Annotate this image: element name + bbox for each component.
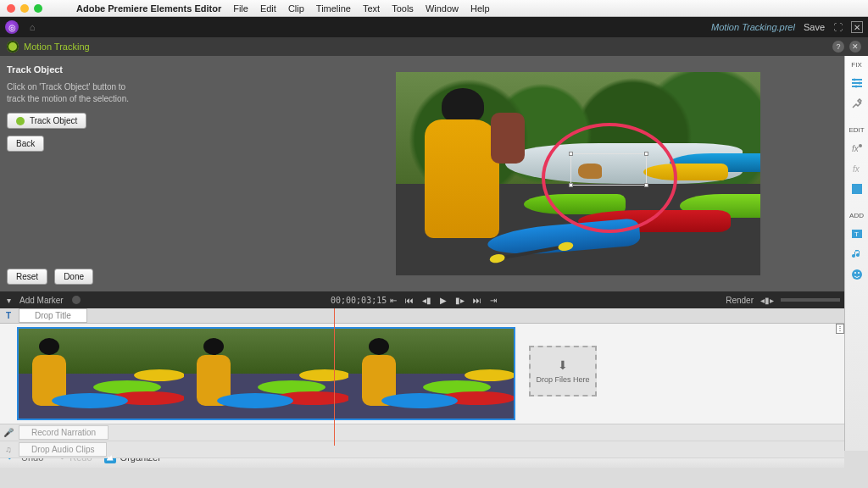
timecode: 00;00;03;15 [331,296,387,305]
add-marker-toggle[interactable]: ▾ [7,296,11,305]
timeline-menu[interactable]: Timeline [316,3,351,14]
titles-icon[interactable]: T [848,225,866,243]
rail-fix-label: FIX [851,61,861,69]
tools-menu[interactable]: Tools [392,3,414,14]
preview-monitor[interactable] [288,56,868,291]
music-icon[interactable] [848,245,866,263]
selection-handle[interactable] [569,183,573,187]
tools-icon[interactable] [848,94,866,113]
reset-button[interactable]: Reset [7,269,47,285]
title-track-icon[interactable]: T [0,311,17,320]
app-logo-icon[interactable]: ◎ [5,20,19,34]
help-menu[interactable]: Help [470,3,490,14]
selection-handle[interactable] [569,152,573,156]
back-label: Back [16,139,35,148]
narration-track[interactable]: 🎤 Record Narration [0,424,844,441]
project-name: Motion Tracking.prel [711,22,795,32]
step-fwd-button[interactable]: ▮▸ [455,296,465,305]
file-menu[interactable]: File [233,3,248,14]
video-clip[interactable]: ⋮ [17,327,515,420]
drop-files-label: Drop Files Here [536,375,589,384]
effects-icon[interactable]: fx [848,139,866,158]
track-heading: Track Object [7,64,281,75]
tracking-selection-box[interactable] [570,153,647,186]
back-button[interactable]: Back [7,136,44,152]
preview-frame[interactable] [396,72,760,275]
timeline: T Drop Title ⋮ ⬇ Drop Files Here 🎤 Recor… [0,308,844,446]
smiley-icon[interactable] [848,265,866,284]
mic-icon: 🎤 [0,428,17,437]
window-close-button[interactable] [7,4,15,13]
app-menu[interactable]: Adobe Premiere Elements Editor [76,3,221,14]
app-bar: ◎ ⌂ Motion Tracking.prel Save ⛶ ✕ [0,17,868,37]
clip-end-handle[interactable]: ⋮ [836,324,844,334]
download-icon: ⬇ [558,358,568,372]
clip-thumbnail [184,329,349,419]
svg-point-4 [859,144,862,147]
track-instruction: Click on 'Track Object' button to track … [7,81,134,104]
video-track[interactable]: ⋮ ⬇ Drop Files Here [0,324,844,424]
work-area: Track Object Click on 'Track Object' but… [0,56,868,291]
track-object-panel: Track Object Click on 'Track Object' but… [0,56,288,291]
clip-thumbnail [348,329,514,419]
done-button[interactable]: Done [54,269,93,285]
svg-text:fx: fx [852,144,860,153]
track-dot-icon [16,117,25,125]
panel-close-button[interactable]: ✕ [851,21,863,33]
goto-start-button[interactable]: ⇤ [390,296,397,305]
goto-end-button[interactable]: ⇥ [490,296,497,305]
play-button[interactable]: ▶ [440,296,447,305]
render-button[interactable]: Render [726,296,754,305]
svg-point-2 [854,86,857,88]
help-button[interactable]: ? [832,41,844,53]
zoom-out-icon[interactable]: ◂▮▸ [760,296,774,305]
playback-bar: ▾ Add Marker 00;00;03;15 ⇤ ⏮ ◂▮ ▶ ▮▸ ⏭ ⇥… [0,291,868,308]
motion-tracking-icon [7,41,19,53]
drop-audio-button[interactable]: Drop Audio Clips [19,442,107,457]
adjust-icon[interactable] [848,74,866,92]
window-menu[interactable]: Window [426,3,459,14]
save-button[interactable]: Save [804,22,825,32]
macos-menubar: Adobe Premiere Elements Editor File Edit… [0,0,868,17]
add-marker-button[interactable]: Add Marker [19,296,64,305]
rail-edit-label: EDIT [849,126,864,134]
reset-label: Reset [16,272,38,281]
track-object-button[interactable]: Track Object [7,113,86,129]
panel-title: Motion Tracking [24,42,90,52]
playback-controls: ⇤ ⏮ ◂▮ ▶ ▮▸ ⏭ ⇥ [390,296,497,305]
record-narration-button[interactable]: Record Narration [19,425,108,440]
svg-point-10 [854,272,856,274]
window-traffic-lights[interactable] [7,4,42,13]
rail-add-label: ADD [849,212,864,219]
right-tool-rail: FIX EDIT fx fx ADD T [844,56,868,451]
clip-menu[interactable]: Clip [288,3,304,14]
svg-text:T: T [854,230,859,238]
transitions-icon[interactable]: fx [848,159,866,178]
text-menu[interactable]: Text [363,3,380,14]
svg-point-9 [852,269,862,280]
window-zoom-button[interactable] [34,4,42,13]
selection-handle[interactable] [644,152,648,156]
next-button[interactable]: ⏭ [473,296,481,305]
fullscreen-icon[interactable]: ⛶ [833,22,843,32]
color-icon[interactable] [848,180,866,198]
scene-person [425,88,501,258]
svg-text:fx: fx [853,164,860,174]
done-label: Done [64,272,84,281]
track-object-label: Track Object [30,116,77,125]
edit-menu[interactable]: Edit [260,3,276,14]
prev-button[interactable]: ⏮ [405,296,414,305]
marker-icon[interactable] [72,296,81,304]
drop-files-zone[interactable]: ⬇ Drop Files Here [529,346,597,396]
svg-point-11 [858,272,860,274]
playhead[interactable] [334,308,335,446]
zoom-slider[interactable] [781,298,840,302]
home-icon[interactable]: ⌂ [25,20,39,34]
selection-handle[interactable] [644,183,648,187]
audio-track[interactable]: ♫ Drop Audio Clips [0,441,844,458]
panel-close-icon[interactable]: ✕ [849,41,861,53]
step-back-button[interactable]: ◂▮ [422,296,431,305]
window-minimize-button[interactable] [20,4,29,13]
drop-title-button[interactable]: Drop Title [19,308,87,323]
scene-person2 [491,113,525,164]
